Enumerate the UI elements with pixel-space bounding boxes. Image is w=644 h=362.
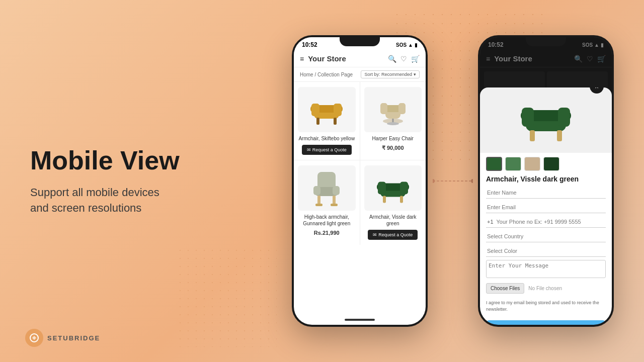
phone-1-status-icons: SOS ▲ ▮ [396, 42, 418, 48]
phone-input-row: +1 [486, 216, 606, 228]
modal-thumbnails [480, 153, 612, 175]
name-input[interactable] [486, 187, 606, 199]
product-2-name: Harper Easy Chair [372, 135, 414, 142]
dot-pattern-2 [176, 246, 277, 347]
cart-icon[interactable]: 🛒 [411, 55, 420, 63]
phone-1-store-name: Your Store [308, 54, 346, 63]
product-card-1: Armchair, Skiftebo yellow ✉ Request a Qu… [294, 82, 360, 160]
envelope-icon-2: ✉ [373, 232, 377, 237]
search-icon[interactable]: 🔍 [388, 55, 396, 63]
phone-1: 10:52 SOS ▲ ▮ ≡ Your Store 🔍 ♡ 🛒 [292, 35, 428, 327]
modal-product-image [480, 87, 612, 153]
svg-rect-19 [333, 196, 336, 205]
svg-rect-3 [311, 104, 319, 116]
product-3-name: High-back armchair, Gunnared light green [298, 214, 356, 227]
svg-point-30 [471, 179, 473, 183]
svg-rect-33 [522, 108, 534, 127]
message-input[interactable] [486, 260, 606, 278]
phone-input[interactable] [497, 219, 605, 225]
svg-rect-26 [383, 196, 386, 203]
phone-2-notch [526, 35, 566, 46]
logo-icon [25, 329, 43, 347]
phone-2-screen: 10:52 SOS ▲ ▮ ≡ Your Store 🔍 ♡ 🛒 [480, 37, 612, 325]
svg-rect-36 [557, 130, 562, 141]
modal-form[interactable]: +1 Choose Files No File chosen I agree t… [480, 187, 612, 325]
product-1-image [298, 87, 356, 132]
svg-rect-4 [334, 104, 342, 116]
wifi-icon: ▲ [408, 42, 413, 48]
close-icon: × [595, 87, 599, 90]
file-upload-row: Choose Files No File chosen [486, 283, 606, 294]
phones-container: 10:52 SOS ▲ ▮ ≡ Your Store 🔍 ♡ 🛒 [292, 35, 614, 327]
country-select[interactable] [486, 231, 606, 242]
phone-1-screen: 10:52 SOS ▲ ▮ ≡ Your Store 🔍 ♡ 🛒 [294, 37, 426, 325]
main-heading: Mobile View [30, 146, 221, 175]
product-card-4: Armchair, Vissle dark green ✉ Request a … [360, 160, 426, 245]
svg-rect-10 [380, 103, 387, 114]
svg-rect-18 [317, 196, 320, 205]
svg-rect-35 [530, 130, 535, 141]
svg-rect-27 [400, 196, 403, 203]
envelope-icon: ✉ [307, 147, 311, 152]
product-2-image [364, 87, 422, 132]
product-card-3: High-back armchair, Gunnared light green… [294, 160, 360, 245]
svg-rect-25 [400, 182, 408, 195]
product-3-image [298, 165, 356, 211]
product-4-name: Armchair, Vissle dark green [364, 214, 422, 227]
sub-text: Support all mobile devicesand screen res… [30, 185, 221, 216]
product-grid: Armchair, Skiftebo yellow ✉ Request a Qu… [294, 82, 426, 245]
connector-line [443, 156, 463, 206]
phone-1-home-indicator [345, 319, 375, 321]
svg-point-29 [433, 179, 435, 183]
header-left: ≡ Your Store [300, 54, 346, 63]
product-3-price: Rs.21,990 [314, 230, 340, 236]
chevron-down-icon: ▾ [414, 72, 416, 77]
thumb-4[interactable] [543, 157, 559, 171]
email-input[interactable] [486, 202, 606, 213]
logo-text: SETUBRIDGE [47, 334, 100, 342]
breadcrumb-text: Home / Collection Page [300, 72, 353, 77]
header-right-icons: 🔍 ♡ 🛒 [388, 55, 420, 63]
hamburger-icon[interactable]: ≡ [300, 55, 304, 63]
svg-rect-21 [331, 204, 338, 206]
svg-rect-6 [334, 118, 337, 125]
phone-1-app-header: ≡ Your Store 🔍 ♡ 🛒 [294, 50, 426, 67]
battery-icon: ▮ [415, 42, 418, 48]
svg-rect-11 [398, 103, 406, 114]
submit-button[interactable]: Submit [486, 320, 606, 325]
svg-rect-17 [333, 186, 340, 195]
color-select[interactable] [486, 245, 606, 257]
svg-rect-24 [378, 182, 386, 195]
svg-rect-20 [315, 204, 323, 206]
modal-sheet: × [480, 87, 612, 325]
sos-label: SOS [396, 42, 407, 48]
phone-1-notch [340, 35, 380, 46]
left-section: Mobile View Support all mobile devicesan… [30, 146, 221, 216]
consent-text: I agree to my email being stored and use… [486, 300, 606, 312]
product-1-name: Armchair, Skiftebo yellow [298, 135, 355, 142]
thumb-1[interactable] [486, 157, 502, 171]
sort-button[interactable]: Sort by: Recommended ▾ [361, 70, 420, 78]
phone-2: 10:52 SOS ▲ ▮ ≡ Your Store 🔍 ♡ 🛒 [478, 35, 614, 327]
svg-rect-16 [313, 186, 320, 195]
product-4-quote-btn[interactable]: ✉ Request a Quote [368, 230, 418, 240]
logo: SETUBRIDGE [25, 329, 100, 347]
product-2-price: ₹ 90,000 [382, 145, 404, 151]
product-4-image [364, 165, 422, 211]
product-1-quote-btn[interactable]: ✉ Request a Quote [302, 145, 352, 155]
breadcrumb-bar: Home / Collection Page Sort by: Recommen… [294, 67, 426, 82]
product-card-2: Harper Easy Chair ₹ 90,000 [360, 82, 426, 160]
wishlist-icon[interactable]: ♡ [400, 55, 407, 63]
svg-rect-34 [558, 108, 570, 127]
thumb-3[interactable] [524, 157, 540, 171]
svg-rect-5 [316, 118, 319, 125]
thumb-2[interactable] [505, 157, 521, 171]
modal-product-title: Armchair, Vissle dark green [480, 175, 612, 187]
svg-point-13 [387, 122, 399, 125]
phone-1-time: 10:52 [302, 41, 317, 48]
choose-files-button[interactable]: Choose Files [486, 283, 524, 294]
phone-country-code: +1 [487, 219, 494, 225]
no-file-text: No File chosen [528, 286, 562, 291]
